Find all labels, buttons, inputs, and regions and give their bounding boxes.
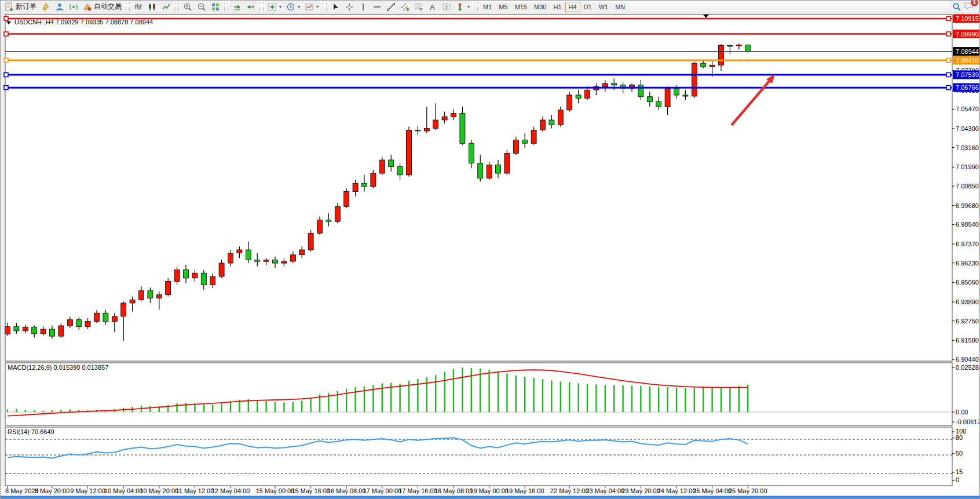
toolbar-grip <box>126 2 130 11</box>
candle <box>273 260 278 263</box>
signal-button[interactable] <box>67 1 81 12</box>
timeframe-m1-button[interactable]: M1 <box>480 2 495 12</box>
svg-text:A: A <box>430 3 435 11</box>
main-panel[interactable] <box>5 14 952 361</box>
candlestick-chart-button[interactable] <box>145 1 159 12</box>
candle <box>264 260 269 261</box>
auto-scroll-button[interactable] <box>230 1 244 12</box>
current-price-tag-text: 7.08944 <box>956 48 979 55</box>
line-handle[interactable] <box>946 32 950 36</box>
notification-badge: 1 <box>971 0 978 6</box>
line-price-tag-text: 7.08410 <box>956 57 979 64</box>
periods-button[interactable]: ▾ <box>284 1 302 12</box>
candle <box>94 313 100 321</box>
candle <box>67 320 72 326</box>
toolbar-grip <box>259 2 264 11</box>
candle <box>41 329 46 334</box>
auto-trading-icon <box>83 2 92 12</box>
line-handle[interactable] <box>4 17 8 21</box>
auto-trading-button[interactable]: 自动交易 <box>81 1 124 12</box>
candle <box>736 45 741 46</box>
candle <box>5 327 10 334</box>
text-tool-button[interactable]: A <box>426 1 440 12</box>
candlestick-chart-icon <box>148 2 157 12</box>
rsi-axis-tick: 50 <box>956 450 963 457</box>
price-tick: 6.91580 <box>956 337 979 344</box>
tile-windows-button[interactable] <box>209 1 222 12</box>
timeframe-m30-button[interactable]: M30 <box>531 2 550 12</box>
trendline-icon <box>386 2 396 12</box>
line-handle[interactable] <box>4 86 8 90</box>
timeframe-w1-button[interactable]: W1 <box>595 2 612 12</box>
crosshair-tool-button[interactable] <box>342 1 356 12</box>
rsi-axis-tick: 15 <box>956 468 963 475</box>
line-handle[interactable] <box>946 72 950 77</box>
candle <box>255 260 260 261</box>
candle <box>148 291 153 298</box>
vertical-line-tool-button[interactable] <box>356 1 370 12</box>
line-handle[interactable] <box>4 72 8 77</box>
candle <box>281 261 287 263</box>
chat-button[interactable]: 1 <box>964 1 974 13</box>
timeframe-m15-button[interactable]: M15 <box>511 2 531 12</box>
candle <box>665 89 670 107</box>
new-order-button[interactable]: 新订单 <box>2 1 39 12</box>
rsi-panel[interactable] <box>5 427 952 486</box>
arrows-tool-button[interactable]: ▾ <box>454 1 472 12</box>
candle <box>103 313 108 322</box>
candle <box>290 255 295 261</box>
candle <box>85 322 90 327</box>
timeframe-h1-button[interactable]: H1 <box>550 2 565 12</box>
cursor-icon <box>331 2 340 12</box>
metaeditor-icon <box>41 2 50 12</box>
candle <box>478 163 483 179</box>
price-tick: 6.92750 <box>956 318 979 325</box>
line-handle[interactable] <box>4 58 8 62</box>
community-icon <box>55 2 64 12</box>
candle <box>130 300 135 303</box>
candle <box>299 250 305 255</box>
timeframe-mn-button[interactable]: MN <box>612 2 628 12</box>
zoom-in-button[interactable] <box>181 1 195 12</box>
indicators-button[interactable]: ▾ <box>265 1 284 12</box>
line-chart-button[interactable] <box>159 1 173 12</box>
templates-button[interactable]: ▾ <box>302 1 321 12</box>
cursor-tool-button[interactable] <box>328 1 342 12</box>
text-label-icon: T <box>442 2 451 12</box>
chart-area[interactable]: 8 May 20238 May 20:009 May 12:0010 May 0… <box>1 13 980 499</box>
line-handle[interactable] <box>946 17 950 21</box>
candle <box>121 303 126 316</box>
fibonacci-icon: F <box>414 2 423 12</box>
price-chart[interactable]: 8 May 20238 May 20:009 May 12:0010 May 0… <box>1 13 980 499</box>
indicators-icon <box>268 2 277 12</box>
bar-chart-button[interactable] <box>131 1 145 12</box>
community-button[interactable] <box>53 1 67 12</box>
fibonacci-tool-button[interactable]: F <box>412 1 426 12</box>
line-handle[interactable] <box>946 86 950 90</box>
price-tick: 6.97370 <box>956 241 979 247</box>
macd-axis-tick: 0.025284 <box>956 364 980 371</box>
toolbar-grip <box>474 2 478 11</box>
text-label-tool-button[interactable]: T <box>440 1 454 12</box>
candle <box>683 95 688 96</box>
periods-icon <box>286 2 295 12</box>
candle <box>174 270 180 282</box>
chart-shift-icon <box>246 2 255 12</box>
zoom-out-button[interactable] <box>195 1 209 12</box>
line-handle[interactable] <box>4 32 8 36</box>
horizontal-line-tool-button[interactable] <box>370 1 384 12</box>
macd-axis-tick: -0.006173 <box>956 418 980 425</box>
candle <box>585 90 590 98</box>
macd-panel[interactable] <box>5 363 952 425</box>
line-handle[interactable] <box>946 58 950 62</box>
search-button[interactable] <box>950 1 964 12</box>
timeframe-d1-button[interactable]: D1 <box>580 2 595 12</box>
trendline-tool-button[interactable] <box>384 1 398 12</box>
timeframe-m5-button[interactable]: M5 <box>495 2 511 12</box>
timeframe-h4-button[interactable]: H4 <box>565 2 580 12</box>
chart-shift-button[interactable] <box>244 1 258 12</box>
metaeditor-button[interactable] <box>39 1 53 12</box>
time-label: 18 May 08:00 <box>434 487 473 494</box>
price-tick: 6.98540 <box>956 221 979 228</box>
equidistant-channel-tool-button[interactable]: E <box>398 1 412 12</box>
